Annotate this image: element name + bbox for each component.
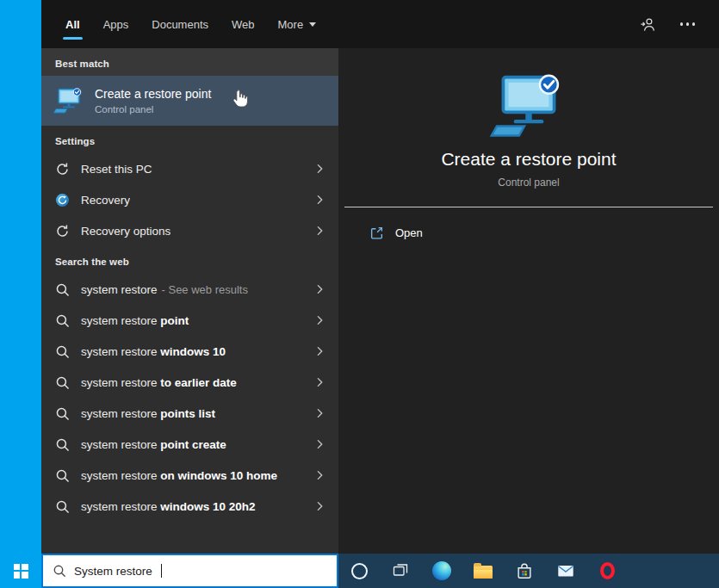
- preview-title: Create a restore point: [441, 149, 616, 170]
- store-icon: [515, 561, 534, 580]
- web-suggestion[interactable]: system restore point create: [41, 429, 338, 460]
- best-match-subtitle: Control panel: [95, 104, 211, 115]
- search-icon: [55, 437, 70, 452]
- search-icon: [55, 282, 70, 297]
- search-flyout: All Apps Documents Web More Best match: [41, 0, 719, 554]
- restore-point-icon: [53, 87, 84, 115]
- open-label: Open: [395, 226, 423, 239]
- taskbar-search-value: System restore: [74, 565, 152, 578]
- accent-strip: [0, 0, 41, 588]
- sign-in-icon[interactable]: [640, 16, 656, 33]
- expand-chevron-icon[interactable]: [314, 283, 326, 295]
- suggestion-query: system restore: [81, 469, 160, 482]
- recovery-icon: [55, 193, 70, 207]
- taskbar-search-input[interactable]: System restore: [41, 554, 338, 588]
- best-match-section: Best match Create a restore point Contro…: [41, 48, 338, 126]
- preview-subtitle: Control panel: [498, 176, 559, 189]
- best-match-item[interactable]: Create a restore point Control panel: [41, 76, 338, 126]
- web-suggestion[interactable]: system restore points list: [41, 398, 338, 429]
- expand-chevron-icon[interactable]: [314, 500, 326, 512]
- mail-icon: [556, 561, 575, 580]
- expand-chevron-icon[interactable]: [314, 163, 326, 175]
- chevron-down-icon: [309, 22, 316, 27]
- section-label-settings: Settings: [41, 126, 338, 153]
- mail-button[interactable]: [545, 554, 586, 588]
- tab-web[interactable]: Web: [232, 0, 255, 48]
- expand-chevron-icon[interactable]: [314, 314, 326, 326]
- suggestion-query: system restore: [81, 376, 160, 389]
- text-caret: [161, 564, 162, 578]
- cortana-button[interactable]: [338, 554, 380, 588]
- cortana-icon: [351, 563, 368, 579]
- search-icon: [55, 468, 70, 483]
- suggestion-query: system restore: [81, 314, 160, 327]
- options-menu-icon[interactable]: [680, 17, 696, 31]
- header-actions: [640, 16, 696, 33]
- settings-section: Settings Reset this PC Recove: [41, 126, 338, 246]
- web-suggestion[interactable]: system restore windows 10 20h2: [41, 491, 338, 522]
- best-match-title: Create a restore point: [95, 87, 211, 102]
- suggestion-query: system restore: [81, 283, 158, 296]
- search-icon: [55, 313, 70, 328]
- store-button[interactable]: [504, 554, 545, 588]
- tab-all[interactable]: All: [65, 0, 80, 48]
- search-icon: [53, 564, 66, 578]
- recovery-options-icon: [55, 224, 70, 238]
- file-explorer-button[interactable]: [462, 554, 504, 588]
- results-panel: Best match Create a restore point Contro…: [41, 48, 338, 554]
- web-suggestion[interactable]: system restore windows 10: [41, 336, 338, 367]
- expand-chevron-icon[interactable]: [314, 194, 326, 206]
- preview-divider: [344, 207, 713, 207]
- web-suggestion[interactable]: system restore point: [41, 305, 338, 336]
- search-icon: [55, 375, 70, 390]
- opera-icon: [600, 562, 615, 579]
- search-header: All Apps Documents Web More: [41, 0, 719, 48]
- section-label-best-match: Best match: [41, 48, 338, 76]
- search-icon: [55, 499, 70, 514]
- expand-chevron-icon[interactable]: [314, 376, 326, 388]
- preview-card: Create a restore point Control panel Ope…: [338, 48, 719, 240]
- suggestion-query: system restore: [81, 345, 160, 358]
- search-tabs: All Apps Documents Web More: [65, 0, 316, 48]
- screen: All Apps Documents Web More Best match: [0, 0, 719, 588]
- preview-panel: Create a restore point Control panel Ope…: [338, 48, 719, 554]
- expand-chevron-icon[interactable]: [314, 225, 326, 237]
- web-suggestion[interactable]: system restore on windows 10 home: [41, 460, 338, 491]
- expand-chevron-icon[interactable]: [314, 345, 326, 357]
- suggestion-query: system restore: [81, 500, 160, 513]
- web-suggestion[interactable]: system restore- See web results: [41, 274, 338, 305]
- taskbar: System restore: [41, 554, 719, 588]
- edge-button[interactable]: [421, 554, 462, 588]
- result-recovery-options[interactable]: Recovery options: [41, 215, 338, 246]
- tab-apps[interactable]: Apps: [103, 0, 129, 48]
- suggestion-completion: points list: [160, 407, 215, 420]
- tab-more[interactable]: More: [278, 0, 317, 48]
- expand-chevron-icon[interactable]: [314, 407, 326, 419]
- suggestion-note: - See web results: [162, 283, 248, 296]
- edge-icon: [432, 561, 451, 580]
- web-suggestion[interactable]: system restore to earlier date: [41, 367, 338, 398]
- opera-button[interactable]: [586, 554, 628, 588]
- start-button[interactable]: [0, 554, 41, 588]
- reset-pc-icon: [55, 162, 70, 176]
- web-section: Search the web system restore- See web r…: [41, 246, 338, 522]
- suggestion-completion: point create: [160, 438, 226, 451]
- search-icon: [55, 406, 70, 421]
- file-explorer-icon: [474, 566, 493, 579]
- windows-logo-icon: [14, 564, 28, 579]
- tab-documents[interactable]: Documents: [152, 0, 208, 48]
- section-label-search-the-web: Search the web: [41, 246, 338, 274]
- search-icon: [55, 344, 70, 359]
- result-recovery[interactable]: Recovery: [41, 184, 338, 215]
- open-button[interactable]: Open: [369, 226, 423, 240]
- suggestion-completion: windows 10: [160, 345, 226, 358]
- suggestion-query: system restore: [81, 407, 160, 420]
- suggestion-completion: to earlier date: [160, 376, 237, 389]
- result-reset-this-pc[interactable]: Reset this PC: [41, 153, 338, 184]
- task-view-button[interactable]: [380, 554, 421, 588]
- suggestion-completion: windows 10 20h2: [160, 500, 255, 513]
- suggestion-query: system restore: [81, 438, 160, 451]
- expand-chevron-icon[interactable]: [314, 469, 326, 481]
- expand-chevron-icon[interactable]: [314, 438, 326, 450]
- restore-point-icon: [489, 74, 568, 138]
